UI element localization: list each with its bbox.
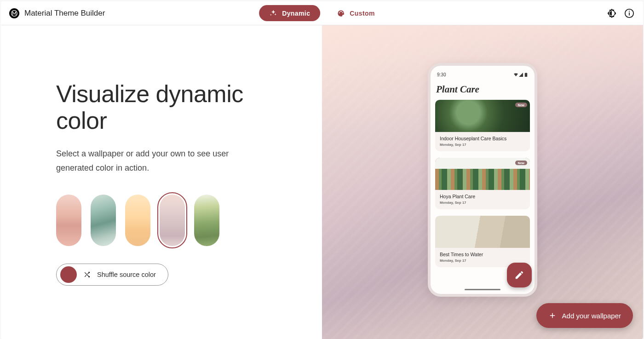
tab-label: Dynamic [282,10,310,17]
shuffle-label: Shuffle source color [97,271,156,278]
card-date: Monday, Sep 17 [440,143,525,147]
card-title: Best Times to Water [440,252,525,257]
svg-rect-2 [629,12,630,15]
svg-point-0 [12,10,17,16]
brand: Material Theme Builder [9,8,105,18]
signal-icon [519,73,523,77]
card-1[interactable]: New Hoya Plant Care Monday, Sep 17 [435,158,530,209]
material-logo-icon [9,8,19,18]
top-actions [606,8,635,19]
source-color-swatch [60,266,77,283]
new-badge: New [515,103,527,107]
tab-custom[interactable]: Custom [327,5,385,21]
status-time: 9:30 [437,72,446,77]
home-indicator [465,289,500,290]
wallpaper-chip-1[interactable] [91,195,116,246]
wallpaper-chip-4[interactable] [194,195,219,246]
cards: New Indoor Houseplant Care Basics Monday… [435,100,530,286]
shuffle-icon [83,271,91,278]
card-0[interactable]: New Indoor Houseplant Care Basics Monday… [435,100,530,151]
card-date: Monday, Sep 17 [440,201,525,205]
wallpaper-chip-2[interactable] [125,195,150,246]
add-wallpaper-button[interactable]: Add your wallpaper [536,303,633,328]
card-2[interactable]: Best Times to Water Monday, Sep 17 [435,216,530,267]
svg-rect-3 [629,11,630,11]
brand-name: Material Theme Builder [24,9,105,18]
hero-subtitle: Select a wallpaper or add your own to se… [56,147,249,175]
info-button[interactable] [624,8,635,19]
new-badge: New [515,161,527,165]
brightness-icon [606,8,617,19]
add-wallpaper-label: Add your wallpaper [562,312,621,320]
preview-pane: 9:30 Plant Care New Ind [322,25,643,339]
status-bar: 9:30 [437,72,528,77]
edit-fab[interactable] [507,263,532,287]
wifi-icon [514,73,518,77]
card-date: Monday, Sep 17 [440,259,525,263]
mode-tabs: Dynamic Custom [259,5,385,21]
phone-mock: 9:30 Plant Care New Ind [428,63,537,297]
info-icon [624,8,634,18]
shuffle-source-color-button[interactable]: Shuffle source color [56,264,168,286]
sparkle-icon [269,9,277,17]
palette-icon [337,9,345,17]
svg-rect-5 [526,73,527,73]
wallpaper-chip-3[interactable] [160,195,185,246]
tab-dynamic[interactable]: Dynamic [259,5,320,21]
battery-icon [524,73,528,77]
plus-icon [548,311,557,320]
pencil-icon [514,270,524,280]
hero-title: Visualize dynamic color [56,80,271,134]
app-title: Plant Care [436,84,529,95]
svg-rect-4 [525,73,527,77]
status-icons [514,73,528,77]
card-title: Hoya Plant Care [440,194,525,199]
tab-label: Custom [350,10,375,17]
left-pane: Visualize dynamic color Select a wallpap… [1,25,322,339]
topbar: Material Theme Builder Dynamic Custom [1,1,643,25]
card-image [435,216,530,248]
wallpaper-chips [56,195,271,246]
card-title: Indoor Houseplant Care Basics [440,136,525,141]
theme-toggle-button[interactable] [606,8,617,19]
wallpaper-chip-0[interactable] [56,195,81,246]
